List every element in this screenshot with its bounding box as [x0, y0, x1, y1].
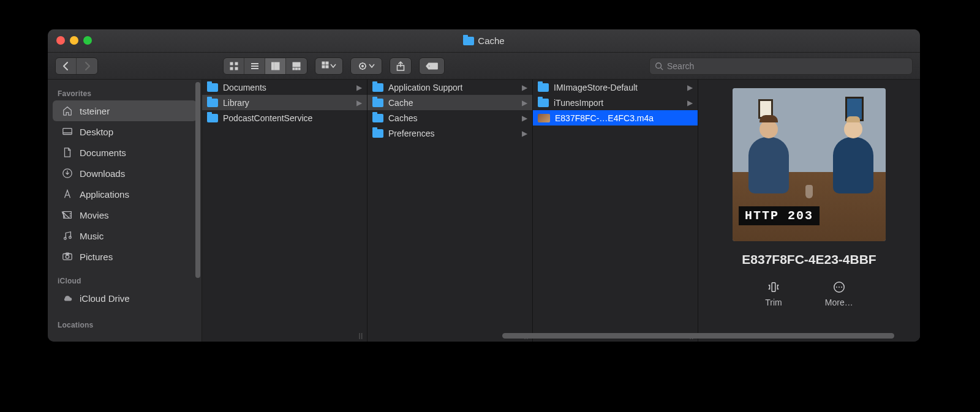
sidebar-item-home[interactable]: tsteiner — [53, 100, 197, 121]
minimize-button[interactable] — [70, 36, 78, 45]
list-item[interactable]: IMImageStore-Default ▶ — [533, 80, 698, 95]
arrange-button[interactable] — [315, 58, 342, 74]
sidebar-item-pictures[interactable]: Pictures — [53, 246, 197, 267]
sidebar-item-applications[interactable]: Applications — [53, 184, 197, 204]
folder-icon — [372, 114, 383, 122]
search-input[interactable] — [667, 61, 907, 71]
svg-rect-24 — [63, 129, 72, 135]
search-icon — [655, 62, 663, 70]
search-field[interactable] — [649, 58, 913, 75]
trim-label: Trim — [765, 298, 782, 307]
item-label: Library — [223, 98, 249, 108]
svg-rect-7 — [271, 62, 274, 70]
icon-view-button[interactable] — [224, 58, 244, 74]
chevron-right-icon: ▶ — [522, 129, 527, 138]
list-view-button[interactable] — [244, 58, 265, 74]
svg-rect-17 — [326, 66, 328, 68]
list-item[interactable]: Application Support ▶ — [368, 80, 532, 95]
item-label: IMImageStore-Default — [554, 83, 638, 92]
svg-rect-11 — [293, 68, 295, 70]
folder-icon — [372, 129, 383, 138]
sidebar-item-desktop[interactable]: Desktop — [53, 121, 197, 142]
arrange-menu[interactable] — [315, 58, 343, 75]
window-controls — [56, 36, 92, 45]
preview-filename: E837F8FC-4E23-4BBF — [742, 252, 876, 267]
svg-rect-2 — [230, 67, 233, 70]
more-button[interactable]: More… — [825, 280, 853, 307]
zoom-button[interactable] — [83, 36, 92, 45]
column-view-button[interactable] — [265, 58, 286, 74]
action-menu[interactable] — [350, 58, 382, 75]
folder-icon — [463, 37, 474, 45]
list-item[interactable]: Documents ▶ — [202, 80, 367, 95]
folder-icon — [372, 99, 383, 107]
view-switcher — [223, 58, 307, 75]
sidebar-item-label: Pictures — [80, 252, 113, 262]
forward-button[interactable] — [77, 58, 97, 74]
gallery-view-button[interactable] — [286, 58, 307, 74]
folder-icon — [538, 83, 549, 92]
nav-buttons — [55, 58, 98, 75]
horizontal-scrollbar[interactable] — [202, 333, 913, 339]
sidebar-item-label: Downloads — [80, 168, 125, 179]
downloads-icon — [61, 168, 74, 179]
svg-rect-0 — [230, 62, 233, 65]
sidebar-item-downloads[interactable]: Downloads — [53, 163, 197, 184]
svg-line-29 — [62, 212, 70, 219]
svg-point-21 — [429, 65, 430, 66]
titlebar: Cache — [48, 29, 920, 53]
sidebar-scrollbar[interactable] — [195, 82, 200, 278]
tags-button[interactable] — [420, 58, 444, 74]
list-item[interactable]: Library ▶ — [202, 95, 367, 110]
apps-icon — [61, 189, 74, 200]
list-item[interactable]: Cache ▶ — [368, 95, 532, 110]
chevron-right-icon: ▶ — [687, 99, 693, 107]
chevron-right-icon: ▶ — [522, 99, 527, 107]
share-button-group — [390, 58, 412, 75]
toolbar — [48, 53, 920, 80]
sidebar-item-label: Documents — [80, 148, 126, 158]
chevron-right-icon: ▶ — [356, 99, 362, 107]
list-item-selected[interactable]: E837F8FC-…E4FC3.m4a — [533, 110, 698, 125]
close-button[interactable] — [56, 36, 65, 45]
window-title-area: Cache — [463, 36, 504, 46]
item-label: Preferences — [388, 129, 434, 138]
list-item[interactable]: PodcastContentService — [202, 110, 367, 125]
sidebar-item-icloud-drive[interactable]: iCloud Drive — [53, 288, 197, 309]
back-button[interactable] — [56, 58, 77, 74]
sidebar-section-favorites: Favorites — [48, 86, 202, 100]
sidebar-item-movies[interactable]: Movies — [53, 204, 197, 225]
file-thumbnail-icon — [538, 114, 550, 122]
svg-rect-14 — [322, 62, 325, 64]
list-item[interactable]: Preferences ▶ — [368, 125, 532, 141]
folder-icon — [207, 99, 218, 107]
svg-rect-1 — [235, 62, 238, 65]
scrollbar-thumb[interactable] — [502, 333, 894, 339]
svg-rect-13 — [298, 68, 300, 70]
sidebar-item-label: iCloud Drive — [80, 293, 130, 304]
list-item[interactable]: iTunesImport ▶ — [533, 95, 698, 110]
svg-rect-10 — [293, 62, 300, 67]
item-label: Cache — [388, 98, 413, 108]
sidebar-item-label: tsteiner — [80, 106, 110, 116]
item-label: PodcastContentService — [223, 113, 312, 123]
more-icon — [832, 280, 846, 294]
share-button[interactable] — [390, 58, 411, 74]
svg-point-37 — [66, 255, 69, 258]
preview-thumbnail[interactable]: HTTP 203 — [733, 88, 886, 241]
tags-button-group — [419, 58, 445, 75]
item-label: Documents — [223, 83, 266, 92]
sidebar-item-music[interactable]: Music — [53, 225, 197, 246]
sidebar-section-icloud: iCloud — [48, 273, 202, 288]
svg-point-22 — [656, 62, 662, 68]
more-label: More… — [825, 298, 853, 307]
list-item[interactable]: Caches ▶ — [368, 110, 532, 125]
column-1: Documents ▶ Library ▶ PodcastContentServ… — [202, 80, 368, 342]
sidebar-item-label: Applications — [80, 189, 129, 200]
svg-rect-15 — [326, 62, 328, 64]
folder-icon — [207, 114, 218, 122]
sidebar-item-documents[interactable]: Documents — [53, 142, 197, 163]
action-button[interactable] — [351, 58, 382, 74]
chevron-right-icon: ▶ — [522, 114, 527, 122]
trim-button[interactable]: Trim — [765, 280, 782, 307]
